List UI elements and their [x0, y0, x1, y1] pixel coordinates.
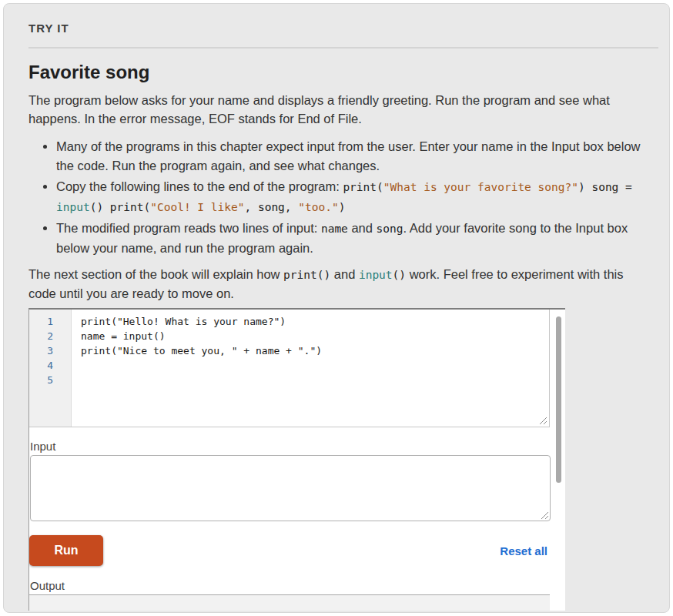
resize-grip-icon[interactable]	[539, 417, 547, 425]
bullet-item: The modified program reads two lines of …	[56, 219, 649, 257]
closing-paragraph: The next section of the book will explai…	[28, 265, 649, 303]
line-number-gutter: 1 2 3 4 5	[29, 310, 72, 427]
bullet-item: Many of the programs in this chapter exp…	[56, 137, 649, 175]
code-text[interactable]: print("Hello! What is your name?") name …	[72, 310, 549, 358]
run-button[interactable]: Run	[29, 535, 103, 566]
resize-grip-icon[interactable]	[541, 511, 549, 520]
header-divider	[28, 47, 658, 49]
output-label: Output	[30, 579, 565, 592]
line-numbers: 1 2 3 4 5	[29, 310, 71, 387]
reset-all-link[interactable]: Reset all	[500, 544, 547, 557]
scrollbar-thumb[interactable]	[556, 316, 561, 483]
page-title: Favorite song	[28, 62, 648, 83]
code-editor[interactable]: 1 2 3 4 5 print("Hello! What is your nam…	[29, 310, 550, 427]
section-header: TRY IT	[28, 22, 648, 35]
input-label: Input	[30, 440, 565, 453]
code-tool-widget: 1 2 3 4 5 print("Hello! What is your nam…	[28, 308, 565, 611]
bullet-item: Copy the following lines to the end of t…	[56, 177, 649, 216]
input-textarea[interactable]	[30, 455, 551, 521]
instruction-list: Many of the programs in this chapter exp…	[28, 137, 649, 257]
input-textarea-wrap	[30, 455, 551, 521]
output-area	[29, 594, 550, 611]
intro-paragraph: The program below asks for your name and…	[28, 91, 649, 128]
run-row: Run Reset all	[29, 535, 550, 566]
code-text-area[interactable]: print("Hello! What is your name?") name …	[72, 310, 549, 427]
try-it-card: TRY IT Favorite song The program below a…	[3, 3, 670, 613]
